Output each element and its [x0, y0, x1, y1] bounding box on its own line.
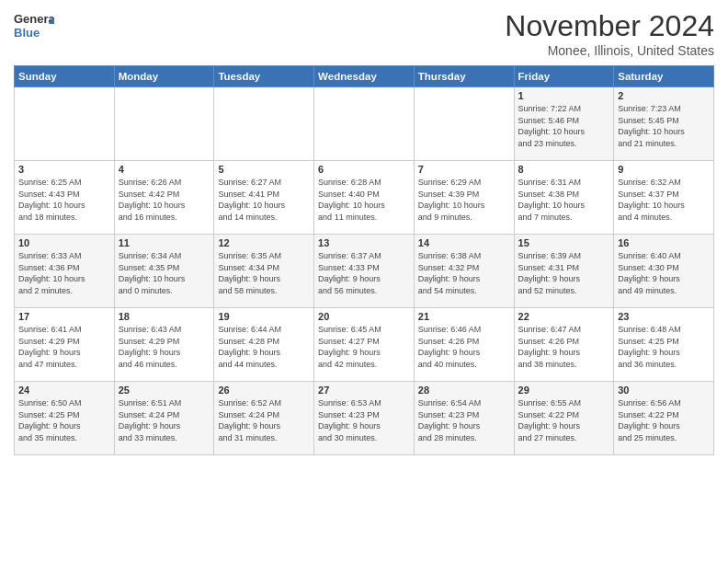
day-info: Sunrise: 6:56 AM Sunset: 4:22 PM Dayligh… [618, 397, 710, 443]
day-number: 7 [418, 164, 510, 175]
title-block: November 2024 Monee, Illinois, United St… [505, 9, 714, 58]
calendar-cell: 21Sunrise: 6:46 AM Sunset: 4:26 PM Dayli… [414, 308, 514, 382]
day-info: Sunrise: 6:29 AM Sunset: 4:39 PM Dayligh… [418, 177, 510, 223]
day-number: 30 [618, 385, 710, 396]
calendar-table: SundayMondayTuesdayWednesdayThursdayFrid… [14, 65, 714, 455]
day-number: 28 [418, 385, 510, 396]
calendar-cell: 12Sunrise: 6:35 AM Sunset: 4:34 PM Dayli… [214, 235, 314, 308]
calendar-cell [414, 87, 514, 161]
day-info: Sunrise: 7:23 AM Sunset: 5:45 PM Dayligh… [618, 103, 710, 149]
calendar-cell: 7Sunrise: 6:29 AM Sunset: 4:39 PM Daylig… [414, 161, 514, 235]
day-number: 23 [618, 311, 710, 322]
day-info: Sunrise: 6:25 AM Sunset: 4:43 PM Dayligh… [18, 177, 110, 223]
month-title: November 2024 [505, 9, 714, 43]
day-number: 5 [218, 164, 310, 175]
day-info: Sunrise: 6:38 AM Sunset: 4:32 PM Dayligh… [418, 250, 510, 296]
header-sunday: Sunday [15, 66, 115, 87]
day-number: 17 [18, 311, 110, 322]
day-info: Sunrise: 6:44 AM Sunset: 4:28 PM Dayligh… [218, 324, 310, 370]
day-number: 15 [518, 237, 610, 248]
day-info: Sunrise: 6:53 AM Sunset: 4:23 PM Dayligh… [318, 397, 410, 443]
day-number: 27 [318, 385, 410, 396]
day-info: Sunrise: 6:55 AM Sunset: 4:22 PM Dayligh… [518, 397, 610, 443]
calendar-cell: 8Sunrise: 6:31 AM Sunset: 4:38 PM Daylig… [514, 161, 614, 235]
day-info: Sunrise: 6:31 AM Sunset: 4:38 PM Dayligh… [518, 177, 610, 223]
location-subtitle: Monee, Illinois, United States [505, 43, 714, 58]
calendar-week-2: 10Sunrise: 6:33 AM Sunset: 4:36 PM Dayli… [15, 235, 714, 308]
day-info: Sunrise: 6:32 AM Sunset: 4:37 PM Dayligh… [618, 177, 710, 223]
day-number: 26 [218, 385, 310, 396]
day-info: Sunrise: 6:39 AM Sunset: 4:31 PM Dayligh… [518, 250, 610, 296]
calendar-cell: 29Sunrise: 6:55 AM Sunset: 4:22 PM Dayli… [514, 382, 614, 455]
day-number: 24 [18, 385, 110, 396]
logo-svg: General Blue [14, 9, 54, 42]
day-info: Sunrise: 6:46 AM Sunset: 4:26 PM Dayligh… [418, 324, 510, 370]
calendar-cell: 9Sunrise: 6:32 AM Sunset: 4:37 PM Daylig… [614, 161, 714, 235]
day-info: Sunrise: 6:35 AM Sunset: 4:34 PM Dayligh… [218, 250, 310, 296]
day-info: Sunrise: 6:41 AM Sunset: 4:29 PM Dayligh… [18, 324, 110, 370]
calendar-cell: 27Sunrise: 6:53 AM Sunset: 4:23 PM Dayli… [314, 382, 415, 455]
calendar-week-1: 3Sunrise: 6:25 AM Sunset: 4:43 PM Daylig… [15, 161, 714, 235]
calendar-cell: 3Sunrise: 6:25 AM Sunset: 4:43 PM Daylig… [15, 161, 115, 235]
day-info: Sunrise: 6:51 AM Sunset: 4:24 PM Dayligh… [119, 397, 210, 443]
calendar-cell: 23Sunrise: 6:48 AM Sunset: 4:25 PM Dayli… [614, 308, 714, 382]
calendar-cell [314, 87, 415, 161]
day-info: Sunrise: 6:43 AM Sunset: 4:29 PM Dayligh… [119, 324, 210, 370]
day-number: 8 [518, 164, 610, 175]
day-info: Sunrise: 6:50 AM Sunset: 4:25 PM Dayligh… [18, 397, 110, 443]
header-thursday: Thursday [414, 66, 514, 87]
calendar-cell [114, 87, 214, 161]
calendar-cell: 19Sunrise: 6:44 AM Sunset: 4:28 PM Dayli… [214, 308, 314, 382]
day-info: Sunrise: 6:26 AM Sunset: 4:42 PM Dayligh… [119, 177, 210, 223]
calendar-week-0: 1Sunrise: 7:22 AM Sunset: 5:46 PM Daylig… [15, 87, 714, 161]
day-number: 11 [119, 237, 210, 248]
day-number: 14 [418, 237, 510, 248]
header-wednesday: Wednesday [314, 66, 415, 87]
day-info: Sunrise: 6:47 AM Sunset: 4:26 PM Dayligh… [518, 324, 610, 370]
day-info: Sunrise: 6:33 AM Sunset: 4:36 PM Dayligh… [18, 250, 110, 296]
day-number: 29 [518, 385, 610, 396]
calendar-cell: 30Sunrise: 6:56 AM Sunset: 4:22 PM Dayli… [614, 382, 714, 455]
calendar-cell: 6Sunrise: 6:28 AM Sunset: 4:40 PM Daylig… [314, 161, 415, 235]
day-info: Sunrise: 6:54 AM Sunset: 4:23 PM Dayligh… [418, 397, 510, 443]
day-number: 2 [618, 90, 710, 101]
day-number: 22 [518, 311, 610, 322]
calendar-cell: 25Sunrise: 6:51 AM Sunset: 4:24 PM Dayli… [114, 382, 214, 455]
day-number: 4 [119, 164, 210, 175]
day-info: Sunrise: 6:28 AM Sunset: 4:40 PM Dayligh… [318, 177, 410, 223]
day-info: Sunrise: 6:45 AM Sunset: 4:27 PM Dayligh… [318, 324, 410, 370]
day-number: 1 [518, 90, 610, 101]
day-number: 6 [318, 164, 410, 175]
svg-text:General: General [14, 12, 54, 26]
day-number: 21 [418, 311, 510, 322]
calendar-week-4: 24Sunrise: 6:50 AM Sunset: 4:25 PM Dayli… [15, 382, 714, 455]
calendar-cell: 4Sunrise: 6:26 AM Sunset: 4:42 PM Daylig… [114, 161, 214, 235]
calendar-week-3: 17Sunrise: 6:41 AM Sunset: 4:29 PM Dayli… [15, 308, 714, 382]
logo: General Blue [14, 9, 54, 42]
header-friday: Friday [514, 66, 614, 87]
calendar-cell: 16Sunrise: 6:40 AM Sunset: 4:30 PM Dayli… [614, 235, 714, 308]
day-number: 25 [119, 385, 210, 396]
day-info: Sunrise: 6:37 AM Sunset: 4:33 PM Dayligh… [318, 250, 410, 296]
day-info: Sunrise: 6:34 AM Sunset: 4:35 PM Dayligh… [119, 250, 210, 296]
header-tuesday: Tuesday [214, 66, 314, 87]
day-number: 13 [318, 237, 410, 248]
day-number: 12 [218, 237, 310, 248]
calendar-cell: 20Sunrise: 6:45 AM Sunset: 4:27 PM Dayli… [314, 308, 415, 382]
day-info: Sunrise: 6:52 AM Sunset: 4:24 PM Dayligh… [218, 397, 310, 443]
day-number: 3 [18, 164, 110, 175]
day-number: 20 [318, 311, 410, 322]
day-number: 10 [18, 237, 110, 248]
day-info: Sunrise: 6:27 AM Sunset: 4:41 PM Dayligh… [218, 177, 310, 223]
calendar-cell: 18Sunrise: 6:43 AM Sunset: 4:29 PM Dayli… [114, 308, 214, 382]
calendar-cell [15, 87, 115, 161]
day-info: Sunrise: 6:48 AM Sunset: 4:25 PM Dayligh… [618, 324, 710, 370]
calendar-cell: 17Sunrise: 6:41 AM Sunset: 4:29 PM Dayli… [15, 308, 115, 382]
day-number: 18 [119, 311, 210, 322]
calendar-cell: 26Sunrise: 6:52 AM Sunset: 4:24 PM Dayli… [214, 382, 314, 455]
day-number: 9 [618, 164, 710, 175]
page-header: General Blue November 2024 Monee, Illino… [14, 9, 714, 58]
svg-text:Blue: Blue [14, 26, 40, 40]
day-info: Sunrise: 7:22 AM Sunset: 5:46 PM Dayligh… [518, 103, 610, 149]
calendar-cell: 1Sunrise: 7:22 AM Sunset: 5:46 PM Daylig… [514, 87, 614, 161]
